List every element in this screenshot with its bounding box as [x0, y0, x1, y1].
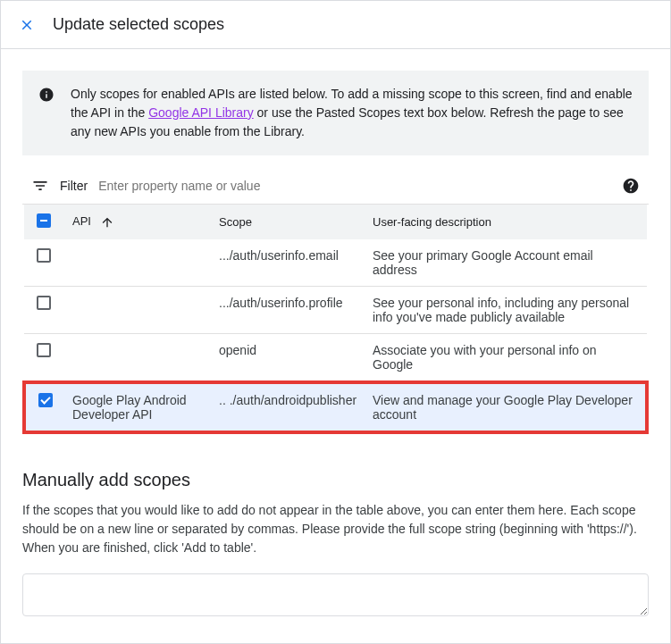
sort-ascending-icon[interactable] — [100, 215, 114, 230]
cell-description: View and manage your Google Play Develop… — [365, 382, 647, 432]
cell-api — [65, 334, 212, 383]
table-row: .../auth/userinfo.email See your primary… — [24, 239, 647, 287]
manual-add-description: If the scopes that you would like to add… — [22, 501, 649, 557]
cell-scope: openid — [212, 334, 365, 383]
cell-api: Google Play Android Developer API — [65, 382, 212, 432]
cell-api — [65, 239, 212, 287]
dialog-header: Update selected scopes — [1, 1, 670, 49]
manual-add-title: Manually add scopes — [22, 470, 649, 490]
info-text: Only scopes for enabled APIs are listed … — [71, 85, 633, 141]
table-row: .../auth/userinfo.profile See your perso… — [24, 287, 647, 334]
column-header-api[interactable]: API — [72, 214, 91, 228]
manual-scopes-textarea[interactable] — [22, 573, 649, 616]
row-checkbox[interactable] — [38, 393, 53, 407]
cell-description: See your personal info, including any pe… — [365, 287, 647, 334]
filter-input[interactable] — [98, 179, 611, 193]
cell-scope: .. ./auth/androidpublisher — [212, 382, 365, 432]
table-row: openid Associate you with your personal … — [24, 334, 647, 383]
add-to-table-button[interactable]: ADD TO TABLE — [22, 635, 121, 644]
dialog-title: Update selected scopes — [53, 15, 224, 34]
help-icon[interactable] — [622, 177, 640, 195]
cell-api — [65, 287, 212, 334]
info-icon — [38, 87, 55, 105]
cell-description: See your primary Google Account email ad… — [365, 239, 647, 287]
column-header-description[interactable]: User-facing description — [373, 215, 491, 229]
cell-description: Associate you with your personal info on… — [365, 334, 647, 383]
cell-scope: .../auth/userinfo.profile — [212, 287, 365, 334]
info-banner: Only scopes for enabled APIs are listed … — [22, 71, 649, 155]
manual-add-section: Manually add scopes If the scopes that y… — [22, 470, 649, 644]
api-library-link[interactable]: Google API Library — [148, 105, 254, 120]
header-checkbox[interactable] — [37, 213, 51, 228]
filter-label: Filter — [60, 179, 88, 193]
row-checkbox[interactable] — [37, 248, 51, 263]
row-checkbox[interactable] — [37, 343, 51, 357]
scopes-table: API Scope User-facing description .../au… — [22, 205, 649, 434]
table-row-selected: Google Play Android Developer API .. ./a… — [24, 382, 647, 432]
close-icon[interactable] — [19, 17, 35, 33]
row-checkbox[interactable] — [37, 296, 51, 310]
filter-bar: Filter — [22, 163, 649, 205]
cell-scope: .../auth/userinfo.email — [212, 239, 365, 287]
column-header-scope[interactable]: Scope — [219, 215, 252, 229]
filter-icon — [31, 177, 49, 195]
